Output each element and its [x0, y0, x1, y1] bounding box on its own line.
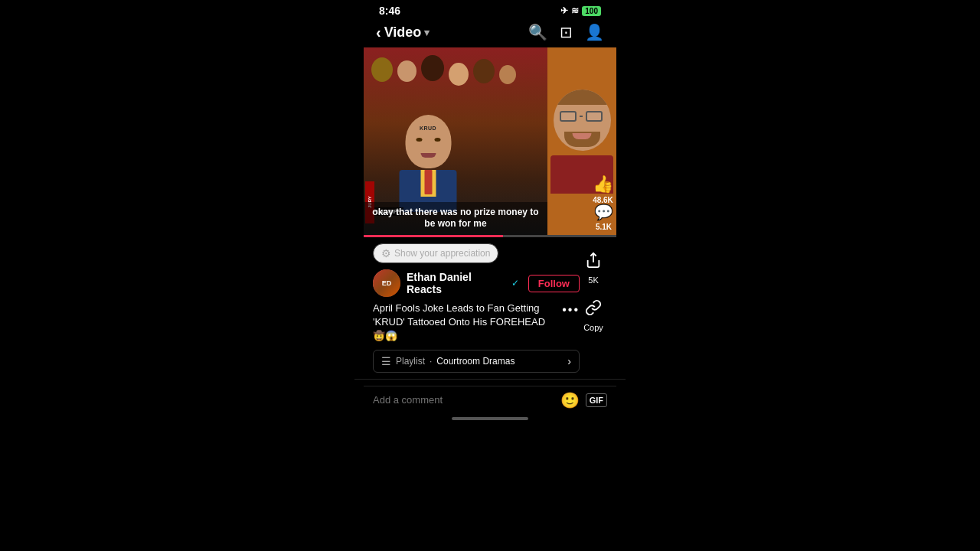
avatar-inner: ED — [373, 269, 400, 297]
home-indicator — [364, 414, 616, 425]
playlist-arrow-icon: › — [567, 355, 571, 367]
emoji-button[interactable]: 🙂 — [560, 391, 580, 409]
playlist-row[interactable]: ☰ Playlist · Courtroom Dramas › — [373, 350, 580, 373]
battery-badge: 100 — [582, 6, 601, 16]
gif-button[interactable]: GIF — [586, 393, 607, 407]
playlist-label: Playlist — [396, 356, 425, 367]
left-content: ⚙ Show your appreciation ED Ethan Daniel… — [373, 243, 580, 379]
verified-icon: ✓ — [511, 278, 519, 289]
comment-count: 5.1K — [596, 223, 612, 231]
copy-button[interactable]: Copy — [580, 294, 607, 332]
author-avatar[interactable]: ED — [373, 269, 400, 297]
subtitle-overlay: okay that there was no prize money to be… — [364, 202, 547, 235]
comment-input[interactable] — [373, 394, 554, 406]
share-label: 5K — [588, 276, 598, 285]
reaction-panel: 👍 48.6K 💬 5.1K — [547, 47, 616, 235]
back-button[interactable]: ‹ — [376, 24, 381, 41]
profile-icon[interactable]: 👤 — [585, 23, 604, 41]
nav-dropdown-icon[interactable]: ▾ — [424, 27, 430, 38]
share-icon — [580, 246, 607, 274]
playlist-dot: · — [430, 356, 432, 367]
airplane-icon: ✈ — [560, 5, 568, 16]
copy-icon — [580, 294, 607, 321]
nav-bar: ‹ Video ▾ 🔍 ⊡ 👤 — [364, 20, 616, 47]
video-title: April Fools Joke Leads to Fan Getting 'K… — [373, 302, 562, 344]
playlist-left: ☰ Playlist · Courtroom Dramas — [381, 355, 514, 367]
divider — [354, 379, 626, 380]
appreciation-area: ⚙ Show your appreciation — [373, 243, 580, 263]
video-container[interactable]: KRUD — [364, 47, 616, 237]
like-icon[interactable]: 👍 — [593, 174, 613, 194]
playlist-name: Courtroom Dramas — [436, 356, 514, 367]
nav-title: Video — [384, 24, 422, 41]
status-icons: ✈ ≋ 100 — [560, 5, 601, 16]
status-time: 8:46 — [379, 5, 400, 17]
status-bar: 8:46 ✈ ≋ 100 — [364, 0, 616, 20]
author-info: Ethan Daniel Reacts ✓ — [407, 271, 519, 295]
video-area[interactable]: KRUD — [364, 47, 616, 235]
progress-bar[interactable] — [364, 235, 616, 237]
nav-left: ‹ Video ▾ — [376, 24, 430, 41]
follow-button[interactable]: Follow — [528, 275, 580, 292]
playlist-icon: ☰ — [381, 355, 391, 367]
camera-icon[interactable]: ⊡ — [560, 23, 573, 41]
wifi-icon: ≋ — [571, 5, 579, 16]
comment-icon[interactable]: 💬 — [594, 203, 613, 221]
author-row: ED Ethan Daniel Reacts ✓ Follow — [373, 269, 580, 297]
share-button[interactable]: 5K — [580, 246, 607, 285]
search-icon[interactable]: 🔍 — [528, 23, 547, 41]
copy-label: Copy — [583, 323, 603, 332]
krud-text: KRUD — [420, 126, 436, 131]
comment-input-area: 🙂 GIF — [364, 386, 616, 414]
nav-right: 🔍 ⊡ 👤 — [528, 23, 604, 41]
home-bar — [452, 417, 528, 420]
right-side-actions: 5K Copy — [580, 243, 607, 332]
appreciation-button[interactable]: ⚙ Show your appreciation — [373, 243, 498, 263]
more-options-button[interactable]: ••• — [562, 303, 580, 317]
author-name: Ethan Daniel Reacts — [407, 271, 508, 295]
progress-fill — [364, 235, 503, 237]
